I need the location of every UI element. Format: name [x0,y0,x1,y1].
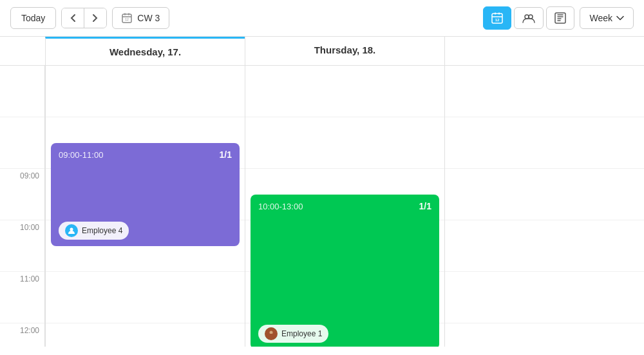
extra-slot-6 [445,323,644,347]
wed-slot-1 [46,66,245,117]
event-thu-employee-name: Employee 1 [281,329,322,338]
prev-button[interactable] [62,8,84,28]
toolbar: Today 12 CW 3 12 [0,0,644,37]
avatar-photo-icon [267,330,275,338]
wed-slot-6 [46,323,245,347]
calendar-small-icon: 12 [122,13,132,23]
event-wed-employee-name: Employee 4 [82,226,122,235]
chevron-left-icon [70,14,76,23]
time-slot-empty [0,66,44,117]
upload-view-icon [554,12,566,24]
event-wed-count: 1/1 [220,149,232,160]
extra-slot-4 [445,220,644,272]
wed-slot-5 [46,272,245,323]
chevron-down-icon [616,15,624,21]
day-header-extra [444,37,644,65]
event-thu-count: 1/1 [419,201,431,211]
calendar-body: 09:00 10:00 11:00 12:00 09:00-11:00 1/1 [0,66,644,347]
svg-point-4 [525,15,529,19]
time-slot-0900: 09:00 [0,169,44,220]
cw-label: CW 3 [137,13,160,23]
calendar: Wednesday, 17. Thursday, 18. 09:00 10:00… [0,37,644,347]
thu-slot-1 [245,66,444,117]
next-button[interactable] [84,8,106,28]
time-column: 09:00 10:00 11:00 12:00 [0,66,45,347]
group-view-icon [522,13,535,23]
event-wed[interactable]: 09:00-11:00 1/1 Employee 4 [51,143,240,246]
day-col-extra [444,66,644,347]
week-label: Week [589,13,612,23]
event-wed-employee: Employee 4 [59,222,129,240]
day-col-thu: 10:00-13:00 1/1 Employee 1 [245,66,444,347]
svg-point-8 [270,331,273,334]
upload-view-button[interactable] [546,6,574,30]
day-col-wed: 09:00-11:00 1/1 Employee 4 [45,66,245,347]
extra-slot-2 [445,117,644,169]
time-header [0,37,45,65]
nav-group [61,8,107,28]
extra-slot-3 [445,169,644,220]
svg-text:12: 12 [495,18,500,22]
employee4-avatar [65,224,78,237]
avatar-icon [68,227,75,235]
calendar-header: Wednesday, 17. Thursday, 18. [0,37,644,66]
event-thu[interactable]: 10:00-13:00 1/1 Employee 1 [251,195,439,347]
svg-point-5 [529,15,533,19]
day-header-thu: Thursday, 18. [245,37,444,65]
time-slot-1100: 11:00 [0,272,44,323]
week-button[interactable]: Week [580,7,634,29]
calendar-view-icon: 12 [491,12,503,24]
svg-point-7 [70,228,73,231]
extra-slot-1 [445,66,644,117]
event-thu-employee: Employee 1 [258,325,328,343]
extra-slot-5 [445,272,644,323]
time-slot-empty2 [0,117,44,169]
today-button[interactable]: Today [10,7,56,29]
day-header-wed: Wednesday, 17. [45,37,245,65]
thu-slot-2 [245,117,444,169]
view-icons: 12 [483,6,574,30]
event-thu-time: 10:00-13:00 [258,202,303,211]
event-wed-header: 09:00-11:00 1/1 [59,149,232,160]
cw-button[interactable]: 12 CW 3 [112,7,169,29]
group-view-button[interactable] [514,7,544,29]
event-thu-header: 10:00-13:00 1/1 [258,201,431,211]
time-slot-1200: 12:00 [0,323,44,347]
day-columns: 09:00-11:00 1/1 Employee 4 [45,66,644,347]
calendar-view-button[interactable]: 12 [483,6,511,30]
chevron-right-icon [92,14,99,23]
event-wed-time: 09:00-11:00 [59,150,103,160]
time-slot-1000: 10:00 [0,220,44,272]
svg-text:12: 12 [126,17,129,21]
employee1-avatar [265,327,278,340]
